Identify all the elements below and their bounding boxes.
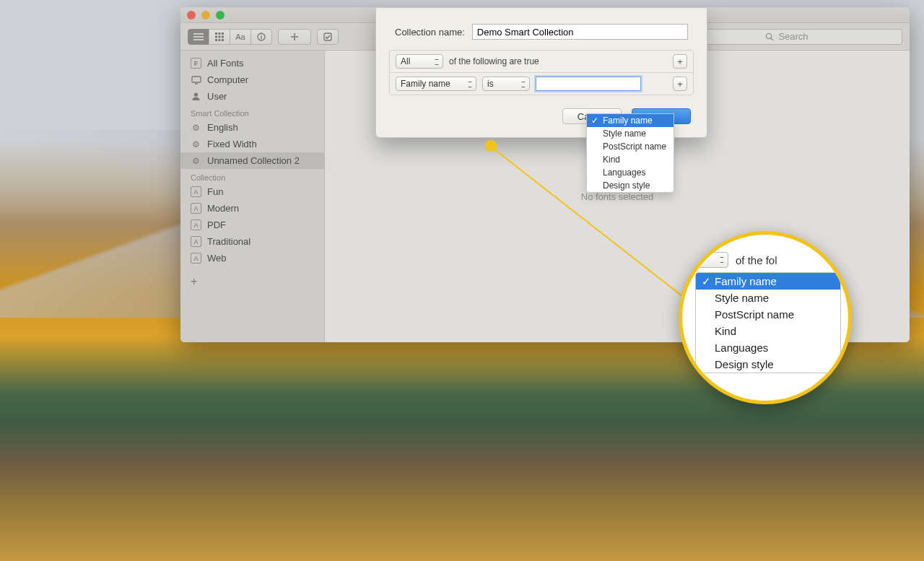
- add-collection-button[interactable]: +: [180, 266, 324, 297]
- sidebar-item-fixed-width[interactable]: ⚙ Fixed Width: [180, 136, 324, 152]
- zoom-menu-item-design-style: Design style: [696, 356, 840, 373]
- gear-icon: ⚙: [191, 122, 201, 133]
- svg-rect-7: [219, 39, 221, 41]
- svg-rect-4: [219, 35, 221, 38]
- zoom-window-button[interactable]: [216, 11, 225, 19]
- f-icon: F: [191, 58, 201, 69]
- sidebar-item-label: User: [207, 91, 227, 102]
- add-rule-button[interactable]: +: [673, 77, 687, 91]
- svg-rect-1: [219, 32, 221, 35]
- sidebar-item-web[interactable]: A Web: [180, 250, 324, 266]
- search-placeholder: Search: [778, 31, 808, 42]
- sidebar-item-modern[interactable]: A Modern: [180, 200, 324, 217]
- add-fonts-button[interactable]: [278, 29, 311, 45]
- view-list-button[interactable]: [188, 29, 209, 45]
- rule-list: All of the following are true + Family n…: [389, 50, 694, 95]
- zoom-menu-item-postscript-name: PostScript name: [696, 306, 840, 323]
- sidebar-item-unnamed-collection-2[interactable]: ⚙ Unnamed Collection 2: [180, 152, 324, 169]
- a-icon: A: [191, 236, 201, 247]
- match-scope-suffix: of the following are true: [449, 56, 539, 66]
- view-grid-button[interactable]: [209, 29, 230, 45]
- sidebar-item-user[interactable]: User: [180, 88, 324, 105]
- sidebar-item-pdf[interactable]: A PDF: [180, 217, 324, 233]
- zoom-match-suffix: of the fol: [736, 254, 777, 266]
- sidebar-item-label: PDF: [207, 219, 226, 230]
- svg-rect-10: [261, 36, 261, 39]
- a-icon: A: [191, 253, 201, 264]
- zoom-menu-item-kind: Kind: [696, 323, 840, 339]
- sidebar: F All Fonts Computer User Smart Collecti…: [180, 51, 325, 342]
- sidebar-item-traditional[interactable]: A Traditional: [180, 233, 324, 250]
- user-icon: [191, 91, 201, 102]
- sidebar-item-all-fonts[interactable]: F All Fonts: [180, 55, 324, 71]
- a-icon: A: [191, 203, 201, 214]
- view-info-button[interactable]: [250, 29, 272, 45]
- svg-rect-5: [222, 35, 224, 38]
- sidebar-item-label: Fixed Width: [207, 139, 257, 149]
- menu-item-design-style[interactable]: Design style: [587, 179, 674, 192]
- gear-icon: ⚙: [191, 139, 201, 149]
- callout-magnifier: of the fol Family name Style name PostSc…: [679, 231, 852, 404]
- svg-point-13: [767, 33, 772, 38]
- svg-rect-11: [261, 34, 261, 35]
- svg-rect-2: [222, 32, 224, 35]
- sidebar-item-label: English: [207, 122, 238, 133]
- rule-operator-popup[interactable]: is: [482, 77, 530, 91]
- zoom-menu-item-languages: Languages: [696, 339, 840, 356]
- sidebar-item-label: All Fonts: [207, 58, 244, 69]
- callout-anchor-dot: [485, 140, 497, 152]
- match-scope-popup[interactable]: All: [396, 54, 443, 69]
- match-scope-row: All of the following are true +: [390, 51, 693, 72]
- collection-name-input[interactable]: [472, 24, 688, 40]
- sidebar-header-smart: Smart Collection: [180, 105, 324, 119]
- zoom-rule-field-menu: Family name Style name PostScript name K…: [695, 272, 841, 373]
- menu-item-family-name[interactable]: Family name: [587, 114, 674, 127]
- svg-rect-6: [215, 39, 217, 41]
- svg-rect-0: [215, 32, 217, 35]
- svg-rect-3: [215, 35, 217, 38]
- enable-fonts-button[interactable]: [317, 29, 339, 45]
- minimize-window-button[interactable]: [201, 11, 210, 19]
- sidebar-item-label: Modern: [207, 203, 239, 214]
- menu-item-postscript-name[interactable]: PostScript name: [587, 140, 674, 153]
- computer-icon: [191, 74, 201, 85]
- collection-name-label: Collection name:: [395, 27, 465, 38]
- sidebar-item-label: Fun: [207, 186, 223, 197]
- view-sample-button[interactable]: Aa: [230, 29, 251, 45]
- zoom-menu-item-style-name: Style name: [696, 290, 840, 306]
- sidebar-item-label: Computer: [207, 74, 248, 85]
- svg-rect-8: [222, 39, 224, 41]
- sidebar-item-fun[interactable]: A Fun: [180, 183, 324, 200]
- svg-rect-14: [192, 77, 201, 82]
- view-mode-segment: Aa: [188, 29, 272, 45]
- search-icon: [765, 32, 774, 41]
- rule-field-menu: Family name Style name PostScript name K…: [586, 113, 674, 193]
- sidebar-item-label: Unnamed Collection 2: [207, 155, 300, 166]
- menu-item-languages[interactable]: Languages: [587, 166, 674, 179]
- menu-item-kind[interactable]: Kind: [587, 153, 674, 166]
- traffic-lights: [187, 11, 225, 19]
- sidebar-item-english[interactable]: ⚙ English: [180, 119, 324, 136]
- svg-point-15: [194, 92, 198, 96]
- a-icon: A: [191, 186, 201, 197]
- sidebar-item-label: Traditional: [207, 236, 250, 247]
- sidebar-item-computer[interactable]: Computer: [180, 71, 324, 88]
- a-icon: A: [191, 219, 201, 230]
- close-window-button[interactable]: [187, 11, 196, 19]
- sidebar-item-label: Web: [207, 253, 227, 264]
- rule-row: Family name is +: [390, 72, 693, 95]
- menu-item-style-name[interactable]: Style name: [587, 127, 674, 140]
- gear-icon: ⚙: [191, 155, 201, 166]
- rule-field-popup[interactable]: Family name: [396, 77, 476, 91]
- rule-value-input[interactable]: [536, 77, 641, 91]
- sidebar-header-collection: Collection: [180, 169, 324, 183]
- zoom-menu-item-family-name: Family name: [696, 273, 840, 290]
- add-rule-button[interactable]: +: [673, 54, 687, 69]
